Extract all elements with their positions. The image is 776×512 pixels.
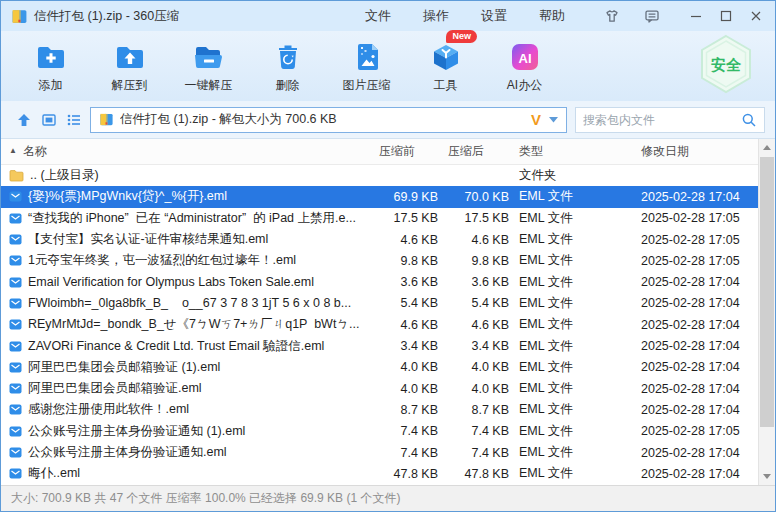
file-type: EML 文件 bbox=[509, 338, 631, 355]
file-size-after: 4.6 KB bbox=[438, 233, 509, 247]
scroll-up-icon[interactable] bbox=[759, 139, 775, 156]
file-row[interactable]: 公众账号注册主体身份验证通知 (1).eml 7.4 KB 7.4 KB EML… bbox=[1, 421, 758, 442]
file-name: 阿里巴巴集团会员邮箱验证 (1).eml bbox=[28, 359, 220, 376]
file-row[interactable]: 晦仆..eml 47.8 KB 47.8 KB EML 文件 2025-02-2… bbox=[1, 463, 758, 484]
file-row[interactable]: 阿里巴巴集团会员邮箱验证 (1).eml 4.0 KB 4.0 KB EML 文… bbox=[1, 357, 758, 378]
file-type: EML 文件 bbox=[509, 210, 631, 227]
add-button[interactable]: 添加 bbox=[11, 39, 90, 94]
file-modified: 2025-02-28 17:04 bbox=[631, 467, 758, 481]
maximize-button[interactable] bbox=[713, 5, 739, 27]
window-title: 信件打包 (1).zip - 360压缩 bbox=[34, 8, 179, 25]
file-row[interactable]: {娶}%{票}MPgWnkv{贷}^_%{开}.eml 69.9 KB 70.0… bbox=[1, 186, 758, 207]
header-type[interactable]: 类型 bbox=[509, 143, 631, 160]
feedback-icon[interactable] bbox=[639, 5, 665, 27]
image-compress-button[interactable]: 图片压缩 bbox=[327, 39, 406, 94]
file-size-after: 5.4 KB bbox=[438, 296, 509, 310]
file-row[interactable]: FWloimbh=_0lga8bfk_B_ o__67 3 7 8 3 1jT … bbox=[1, 293, 758, 314]
header-name[interactable]: ▲ 名称 bbox=[1, 143, 379, 160]
thumbnail-view-icon[interactable] bbox=[36, 108, 61, 132]
file-name: 感谢您注册使用此软件！.eml bbox=[28, 401, 189, 418]
scroll-down-icon[interactable] bbox=[759, 468, 775, 485]
status-text: 大小: 700.9 KB 共 47 个文件 压缩率 100.0% 已经选择 69… bbox=[11, 490, 400, 507]
sort-ascending-icon: ▲ bbox=[9, 146, 17, 155]
menu-file[interactable]: 文件 bbox=[365, 7, 391, 25]
file-type: EML 文件 bbox=[509, 274, 631, 291]
file-modified: 2025-02-28 17:04 bbox=[631, 275, 758, 289]
file-row[interactable]: 1元夺宝年终奖，屯一波猛烈的红包过壕年！.eml 9.8 KB 9.8 KB E… bbox=[1, 250, 758, 271]
file-row[interactable]: 【支付宝】实名认证-证件审核结果通知.eml 4.6 KB 4.6 KB EML… bbox=[1, 229, 758, 250]
file-size-after: 3.4 KB bbox=[438, 339, 509, 353]
file-name: FWloimbh=_0lga8bfk_B_ o__67 3 7 8 3 1jT … bbox=[28, 296, 351, 310]
file-size-before: 7.4 KB bbox=[379, 446, 438, 460]
scrollbar-thumb[interactable] bbox=[760, 157, 774, 427]
file-modified: 2025-02-28 17:04 bbox=[631, 382, 758, 396]
add-folder-icon bbox=[33, 39, 69, 75]
one-click-extract-button[interactable]: 一键解压 bbox=[169, 39, 248, 94]
file-size-before: 3.6 KB bbox=[379, 275, 438, 289]
archive-path-combobox[interactable]: 信件打包 (1).zip - 解包大小为 700.6 KB V bbox=[90, 107, 567, 133]
up-directory-icon[interactable] bbox=[11, 108, 36, 132]
file-type: EML 文件 bbox=[509, 423, 631, 440]
file-name: 1元夺宝年终奖，屯一波猛烈的红包过壕年！.eml bbox=[28, 252, 296, 269]
file-row[interactable]: REyMrMtJd=_bondk_B_せ《7ㄅWㄎ7+ㄌ厂ㄐq1P bWtㄅ..… bbox=[1, 314, 758, 335]
status-bar: 大小: 700.9 KB 共 47 个文件 压缩率 100.0% 已经选择 69… bbox=[1, 485, 775, 511]
search-input[interactable] bbox=[583, 113, 741, 127]
skin-icon[interactable] bbox=[599, 5, 625, 27]
archive-app-icon bbox=[11, 8, 28, 25]
file-row[interactable]: 阿里巴巴集团会员邮箱验证.eml 4.0 KB 4.0 KB EML 文件 20… bbox=[1, 378, 758, 399]
file-row[interactable]: Email Verification for Olympus Labs Toke… bbox=[1, 271, 758, 292]
ai-office-button[interactable]: AI AI办公 bbox=[485, 39, 564, 94]
file-size-before: 8.7 KB bbox=[379, 403, 438, 417]
file-size-after: 9.8 KB bbox=[438, 254, 509, 268]
dropdown-caret-icon[interactable] bbox=[549, 117, 558, 123]
trash-icon bbox=[270, 39, 306, 75]
menu-settings[interactable]: 设置 bbox=[481, 7, 507, 25]
new-badge: New bbox=[446, 30, 477, 43]
file-size-after: 70.0 KB bbox=[438, 190, 509, 204]
menu-operate[interactable]: 操作 bbox=[423, 7, 449, 25]
file-row[interactable]: 公众账号注册主体身份验证通知.eml 7.4 KB 7.4 KB EML 文件 … bbox=[1, 442, 758, 463]
file-list: .. (上级目录) 文件夹 {娶}%{票}MPgWnkv{贷}^_%{开}.em… bbox=[1, 165, 775, 485]
file-type: 文件夹 bbox=[509, 167, 631, 184]
file-type: EML 文件 bbox=[509, 380, 631, 397]
eml-file-icon bbox=[9, 403, 22, 416]
eml-file-icon bbox=[9, 425, 22, 438]
header-size-after[interactable]: 压缩后 bbox=[438, 143, 509, 160]
file-row[interactable]: 感谢您注册使用此软件！.eml 8.7 KB 8.7 KB EML 文件 202… bbox=[1, 399, 758, 420]
file-size-after: 17.5 KB bbox=[438, 211, 509, 225]
safety-shield-badge[interactable]: 安全 bbox=[699, 34, 753, 98]
file-modified: 2025-02-28 17:04 bbox=[631, 318, 758, 332]
file-name: 晦仆..eml bbox=[28, 465, 80, 482]
file-row[interactable]: ZAVORi Finance & Credit Ltd. Trust Email… bbox=[1, 335, 758, 356]
file-size-before: 4.6 KB bbox=[379, 233, 438, 247]
file-size-after: 8.7 KB bbox=[438, 403, 509, 417]
delete-button[interactable]: 删除 bbox=[248, 39, 327, 94]
extract-to-button[interactable]: 解压到 bbox=[90, 39, 169, 94]
tools-button[interactable]: New 工具 bbox=[406, 39, 485, 94]
eml-file-icon bbox=[9, 254, 22, 267]
search-icon[interactable] bbox=[741, 112, 757, 128]
vertical-scrollbar[interactable] bbox=[758, 139, 775, 485]
menu-help[interactable]: 帮助 bbox=[539, 7, 565, 25]
file-size-before: 3.4 KB bbox=[379, 339, 438, 353]
file-modified: 2025-02-28 17:05 bbox=[631, 424, 758, 438]
file-row[interactable]: “查找我的 iPhone” 已在 “Administrator” 的 iPad … bbox=[1, 208, 758, 229]
list-view-icon[interactable] bbox=[61, 108, 86, 132]
vip-v-logo[interactable]: V bbox=[531, 111, 541, 128]
eml-file-icon bbox=[9, 212, 22, 225]
file-size-after: 47.8 KB bbox=[438, 467, 509, 481]
open-folder-icon bbox=[191, 39, 227, 75]
image-document-icon bbox=[349, 39, 385, 75]
file-size-after: 4.0 KB bbox=[438, 360, 509, 374]
file-row[interactable]: .. (上级目录) 文件夹 bbox=[1, 165, 758, 186]
close-button[interactable] bbox=[743, 5, 769, 27]
header-size-before[interactable]: 压缩前 bbox=[379, 143, 438, 160]
file-name: 【支付宝】实名认证-证件审核结果通知.eml bbox=[28, 231, 268, 248]
header-modified[interactable]: 修改日期 bbox=[631, 143, 758, 160]
file-modified: 2025-02-28 17:04 bbox=[631, 360, 758, 374]
file-name: .. (上级目录) bbox=[30, 167, 99, 184]
folder-icon bbox=[9, 169, 24, 182]
eml-file-icon bbox=[9, 297, 22, 310]
eml-file-icon bbox=[9, 446, 22, 459]
minimize-button[interactable] bbox=[683, 5, 709, 27]
